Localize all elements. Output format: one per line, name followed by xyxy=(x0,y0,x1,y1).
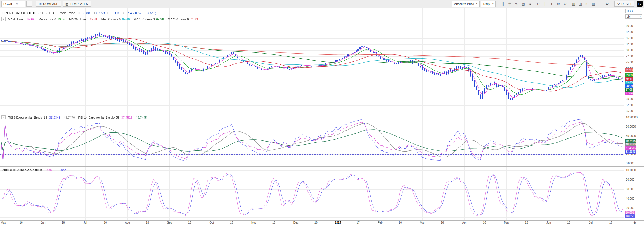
tradingview-logo[interactable]: TV xyxy=(637,1,643,7)
zoom-out-icon[interactable]: ⊖ xyxy=(562,1,568,7)
zoom-in-icon[interactable]: ⊕ xyxy=(555,1,562,7)
settings-gear-icon[interactable]: ⚙ xyxy=(633,221,636,225)
reset-button[interactable]: ↺ RESET xyxy=(614,1,634,7)
ma-legend-item: MA 100 close 067.96 xyxy=(134,18,164,21)
indicator-value-badge: 67.69 xyxy=(625,92,633,95)
instrument-legend: BRENT CRUDE OCT5 · 1D · IEU · Trade Pric… xyxy=(2,11,156,15)
indicator-value: 37.4516 xyxy=(121,116,132,119)
collapse-legend-button[interactable]: ‹ xyxy=(1,115,6,119)
axis-label: 80.00 xyxy=(626,49,633,52)
indicator-value-badge: 33.2343 xyxy=(625,150,636,154)
axis-label: 60.0000 xyxy=(626,135,636,137)
time-tick: 16 xyxy=(399,221,402,224)
axis-label: 75.00 xyxy=(626,61,633,64)
compare-button[interactable]: ⊞ COMPARE xyxy=(36,1,61,7)
chevron-down-icon: ▾ xyxy=(640,10,641,12)
events-icon[interactable]: ⊙ xyxy=(535,1,541,7)
time-tick: Jul xyxy=(84,221,87,224)
panel-layout-icon[interactable]: ◫ xyxy=(577,1,583,7)
rsi-scale[interactable]: 100.000080.000060.000040.000020.00000.00… xyxy=(624,114,644,166)
interval-select[interactable]: Daily ▾ xyxy=(481,1,496,7)
time-tick: Apr xyxy=(462,221,467,224)
axis-label: 87.50 xyxy=(626,31,633,33)
rsi-pane[interactable]: ‹ RSI 9 Exponential Simple 1433.234348.7… xyxy=(0,114,644,167)
stochastic-legend-items: Stochastic Slow 5 3 3 Simple10.86110.853 xyxy=(2,168,68,171)
settings-gear-icon[interactable]: ⚙ xyxy=(604,1,610,7)
chevron-down-icon: ▾ xyxy=(640,15,641,18)
price-mode-select[interactable]: Absolute Price ▾ xyxy=(452,1,480,7)
axis-label: 60.000 xyxy=(626,188,634,191)
axis-label: 80.0000 xyxy=(626,125,636,128)
legend-interval: 1D xyxy=(40,11,44,15)
data-table-icon[interactable]: ▦ xyxy=(570,1,577,7)
indicator-name: RSI 9 Exponential Simple 14 xyxy=(8,116,47,119)
indicator-name: RSI 14 Exponential Simple 25 xyxy=(78,116,119,119)
stochastic-scale[interactable]: 100.00080.00060.00040.00020.0000.000 10.… xyxy=(624,167,644,220)
templates-label: TEMPLATES xyxy=(70,2,88,6)
symbol-search-input[interactable]: LCOc1 × xyxy=(1,1,25,7)
more-options-icon[interactable]: ⋮ xyxy=(597,1,603,7)
indicator-value: 33.2343 xyxy=(49,116,60,119)
candlestick-chart-icon[interactable]: ╫ xyxy=(500,1,506,7)
time-tick: 16 xyxy=(567,221,570,224)
time-axis[interactable]: May16Jun16Jul16Aug16Sep16Oct16Nov16Dec16… xyxy=(0,221,644,225)
currency-select[interactable]: USD ▾ xyxy=(625,9,642,13)
chart-grid-icon[interactable]: ▥ xyxy=(590,1,597,7)
compare-icon: ⊞ xyxy=(39,2,42,6)
time-tick: Aug xyxy=(125,221,130,224)
time-tick: 16 xyxy=(104,221,107,224)
clear-symbol-icon[interactable]: × xyxy=(16,2,18,6)
last-price-badge: 68.59 xyxy=(625,84,633,88)
time-tick: Jun xyxy=(546,221,551,224)
axis-label: 100.0000 xyxy=(626,116,638,119)
price-scale[interactable]: USD ▾ bbl ▾ 90.0087.5085.0082.5080.0077.… xyxy=(624,8,644,114)
change-value: 0.57 (+0.85%) xyxy=(135,11,156,15)
chevron-down-icon: ▾ xyxy=(476,3,477,5)
indicator-value-badge: 69.41 xyxy=(625,77,633,81)
reset-label: RESET xyxy=(621,2,632,6)
axis-label: 82.50 xyxy=(626,43,633,46)
price-chart-canvas[interactable] xyxy=(0,8,624,114)
crosshair-icon[interactable]: ┼ xyxy=(542,1,548,7)
axis-label: 85.00 xyxy=(626,37,633,40)
interval-value: Daily xyxy=(483,2,490,6)
indicator-value-badge: 69.86 xyxy=(625,73,633,77)
legend-series: Trade Price xyxy=(58,11,75,15)
toolbar-separator xyxy=(534,1,534,6)
indicator-value-badge: 48.7470 xyxy=(625,143,636,146)
indicator-value: 10.853 xyxy=(57,168,67,171)
indicator-value-badge: 69.40 xyxy=(625,81,633,84)
close-label: C xyxy=(122,11,124,15)
area-chart-icon[interactable]: ▨ xyxy=(520,1,526,7)
price-pane[interactable]: BRENT CRUDE OCT5 · 1D · IEU · Trade Pric… xyxy=(0,8,644,114)
line-chart-icon[interactable]: ∿ xyxy=(513,1,520,7)
rsi-legend: ‹ RSI 9 Exponential Simple 1433.234348.7… xyxy=(1,115,148,119)
stochastic-chart-canvas[interactable] xyxy=(0,167,624,220)
stochastic-pane[interactable]: Stochastic Slow 5 3 3 Simple10.86110.853… xyxy=(0,167,644,221)
legend-separator: · xyxy=(46,11,47,15)
chevron-down-icon: ▾ xyxy=(492,3,493,5)
add-pane-icon[interactable]: ⊞ xyxy=(584,1,590,7)
rsi-chart-canvas[interactable] xyxy=(0,114,624,166)
indicator-value-badge: 10.853 xyxy=(625,214,635,218)
legend-separator: · xyxy=(55,11,56,15)
time-tick: 16 xyxy=(609,221,612,224)
ohlc-bars-icon[interactable]: ╪ xyxy=(506,1,513,7)
search-icon[interactable] xyxy=(26,1,32,7)
axis-label: 0.0000 xyxy=(626,162,634,165)
ma-legend-item: MA 9 close 069.86 xyxy=(39,18,65,21)
ma-legend-item: MA 250 close 071.93 xyxy=(168,18,198,21)
symbol-text: LCOc1 xyxy=(3,2,14,6)
toolbar-separator xyxy=(34,1,34,6)
percent-change-chart-icon[interactable]: ≋ xyxy=(527,1,533,7)
time-tick: 16 xyxy=(272,221,275,224)
indicator-value-badge: 71.93 xyxy=(625,68,633,72)
unit-select[interactable]: bbl ▾ xyxy=(625,14,642,19)
templates-button[interactable]: ▦ TEMPLATES xyxy=(63,1,91,7)
collapse-legend-button[interactable]: ‹ xyxy=(1,17,6,21)
time-tick: 16 xyxy=(483,221,486,224)
currency-value: USD xyxy=(627,10,633,13)
time-tick: Jul xyxy=(589,221,593,224)
open-label: O xyxy=(78,11,80,15)
text-tool-icon[interactable]: T xyxy=(548,1,555,7)
